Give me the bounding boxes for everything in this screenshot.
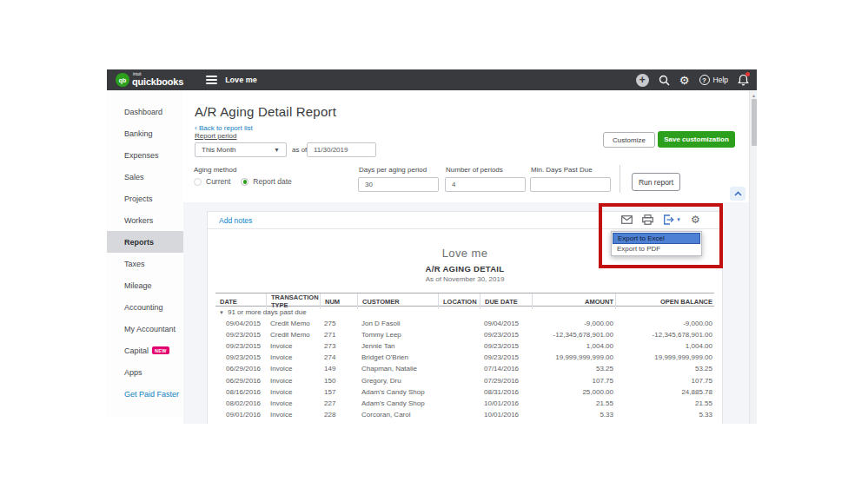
column-header-open-balance[interactable]: OPEN BALANCE [615, 293, 714, 309]
as-of-date-value: 11/30/2019 [314, 146, 348, 154]
table-cell: 53.25 [532, 363, 615, 374]
help-button[interactable]: ? Help [699, 75, 728, 85]
column-header-amount[interactable]: AMOUNT [532, 293, 615, 309]
table-row[interactable]: 06/29/2016Invoice150Gregory, Dru07/29/20… [215, 374, 714, 386]
table-cell: Adam's Candy Shop [357, 386, 438, 398]
settings-button[interactable]: ⚙ [679, 75, 690, 86]
scroll-up-arrow-icon[interactable]: ▲ [751, 93, 757, 98]
help-label: Help [713, 76, 728, 84]
quickbooks-logo[interactable]: qb intuit quickbooks [116, 73, 183, 87]
run-report-button[interactable]: Run report [632, 173, 680, 191]
table-cell: Gregory, Dru [357, 374, 438, 386]
table-cell: 107.75 [532, 374, 615, 386]
sidebar-item-label: Apps [124, 368, 142, 377]
table-cell: 09/23/2015 [480, 340, 532, 352]
collapse-group-icon: ▼ [219, 310, 224, 315]
sidebar-item-apps[interactable]: Apps [107, 361, 183, 383]
days-per-period-value: 30 [365, 181, 373, 188]
menu-item-export-to-pdf[interactable]: Export to PDF [613, 244, 700, 255]
sidebar-item-accounting[interactable]: Accounting [107, 296, 183, 318]
table-row[interactable]: 08/16/2016Invoice157Adam's Candy Shop08/… [215, 386, 714, 398]
sidebar-item-my-accountant[interactable]: My Accountant [107, 318, 183, 340]
menu-item-export-to-excel[interactable]: Export to Excel [613, 233, 700, 244]
sidebar-item-label: Workers [124, 216, 153, 225]
number-of-periods-field[interactable]: 4 [445, 177, 526, 192]
quickbooks-label: quickbooks [132, 77, 183, 87]
table-row[interactable]: 09/23/2015Credit Memo271Tommy Leep09/23/… [215, 329, 714, 340]
column-header-location[interactable]: LOCATION [438, 293, 480, 309]
column-header-customer[interactable]: CUSTOMER [357, 293, 438, 309]
notifications-button[interactable] [738, 74, 749, 86]
table-row[interactable]: 09/01/2016Invoice228Corcoran, Carol10/01… [215, 409, 714, 420]
table-cell: 07/29/2016 [480, 374, 532, 386]
hamburger-menu-icon[interactable] [206, 74, 217, 86]
table-settings-button[interactable]: ⚙ [691, 214, 700, 225]
table-cell: Corcoran, Carol [357, 409, 438, 420]
radio-current[interactable] [194, 178, 202, 186]
radio-report-date[interactable] [241, 178, 248, 186]
sidebar-item-get-paid-faster[interactable]: Get Paid Faster [107, 383, 183, 405]
report-period-label: Report period [195, 132, 236, 140]
sidebar-item-reports[interactable]: Reports [107, 231, 183, 253]
table-cell: 275 [320, 318, 357, 329]
sidebar-item-taxes[interactable]: Taxes [107, 253, 183, 274]
add-notes-link[interactable]: Add notes [219, 216, 252, 225]
radio-report-date-label[interactable]: Report date [253, 177, 291, 186]
table-cell [438, 398, 480, 409]
table-row[interactable]: 09/04/2015Credit Memo275Jon D Fasoli09/0… [215, 318, 714, 329]
sidebar-item-dashboard[interactable]: Dashboard [107, 101, 183, 122]
scrollbar-thumb[interactable] [752, 99, 757, 146]
column-header-date[interactable]: DATE [215, 293, 266, 309]
print-button[interactable] [642, 214, 653, 225]
table-cell: Jon D Fasoli [357, 318, 438, 329]
sidebar-item-mileage[interactable]: Mileage [107, 274, 183, 296]
table-body: 09/04/2015Credit Memo275Jon D Fasoli09/0… [215, 318, 714, 420]
sidebar-item-label: Reports [124, 238, 154, 247]
customize-button[interactable]: Customize [603, 132, 655, 148]
column-header-num[interactable]: NUM [320, 293, 357, 309]
email-button[interactable] [621, 215, 633, 224]
export-button[interactable]: ▼ [663, 214, 681, 225]
sidebar-item-banking[interactable]: Banking [107, 122, 183, 144]
column-header-transaction-type[interactable]: TRANSACTION TYPE [266, 293, 320, 309]
table-cell: 149 [320, 363, 357, 374]
sidebar-item-sales[interactable]: Sales [107, 166, 183, 188]
radio-current-label[interactable]: Current [206, 177, 230, 186]
sidebar-item-capital[interactable]: CapitalNEW [107, 340, 183, 361]
table-cell: 06/29/2016 [215, 363, 266, 374]
table-row[interactable]: 09/23/2015Invoice274Bridget O'Brien09/23… [215, 352, 714, 363]
table-cell [438, 340, 480, 352]
table-cell: Invoice [266, 340, 320, 352]
table-cell: 25,000.00 [532, 386, 615, 398]
table-row[interactable]: 06/29/2016Invoice149Chapman, Natalie07/1… [215, 363, 714, 374]
table-cell: 19,999,999,999.00 [615, 352, 714, 363]
as-of-date-field[interactable]: 11/30/2019 [307, 142, 376, 157]
sidebar-item-workers[interactable]: Workers [107, 209, 183, 231]
plus-icon: + [636, 74, 649, 87]
save-customization-button[interactable]: Save customization [658, 131, 735, 148]
vertical-scrollbar[interactable]: ▲ [749, 91, 757, 424]
quickbooks-app-window: qb intuit quickbooks Love me + ⚙ ? Help [107, 69, 757, 424]
table-cell: Adam's Candy Shop [357, 398, 438, 409]
sidebar-item-expenses[interactable]: Expenses [107, 144, 183, 166]
search-icon [659, 75, 670, 86]
table-cell: Bridget O'Brien [357, 352, 438, 363]
table-cell: -12,345,678,901.00 [615, 329, 714, 340]
chevron-up-icon [734, 191, 742, 196]
column-header-due-date[interactable]: DUE DATE [480, 293, 532, 309]
sidebar-item-label: Capital [124, 346, 149, 355]
table-row[interactable]: 08/02/2016Invoice227Adam's Candy Shop10/… [215, 398, 714, 409]
collapse-panel-button[interactable] [730, 187, 745, 201]
table-row[interactable]: 09/23/2015Invoice273Jennie Tan09/23/2015… [215, 340, 714, 352]
sidebar: DashboardBankingExpensesSalesProjectsWor… [107, 90, 183, 418]
days-per-period-field[interactable]: 30 [358, 177, 439, 192]
top-navigation-bar: qb intuit quickbooks Love me + ⚙ ? Help [107, 69, 757, 90]
report-period-select[interactable]: This Month ▼ [195, 142, 287, 157]
min-days-past-due-field[interactable] [530, 177, 611, 192]
group-label: 91 or more days past due [228, 308, 307, 316]
create-plus-button[interactable]: + [636, 74, 649, 87]
back-to-report-list-link[interactable]: ‹ Back to report list [195, 124, 253, 132]
email-icon [621, 215, 633, 224]
sidebar-item-projects[interactable]: Projects [107, 188, 183, 209]
search-button[interactable] [659, 75, 670, 86]
